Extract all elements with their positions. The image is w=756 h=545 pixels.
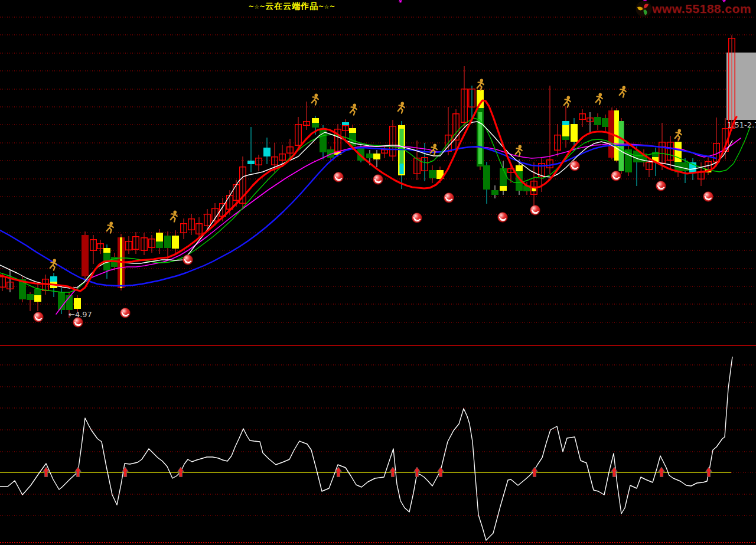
candle xyxy=(256,155,262,171)
candle xyxy=(304,102,310,130)
candle-body xyxy=(562,125,569,136)
red-ball-icon xyxy=(34,312,44,322)
runner-icon xyxy=(564,96,571,107)
candle xyxy=(698,162,705,186)
candle xyxy=(181,218,187,239)
candle xyxy=(587,112,594,134)
runner-icon xyxy=(312,94,318,105)
candle-body xyxy=(247,161,255,164)
pinwheel-icon xyxy=(636,1,652,17)
main-chart[interactable] xyxy=(0,0,756,545)
runner-icon xyxy=(620,86,626,97)
runner-icon xyxy=(431,144,437,155)
candle xyxy=(247,127,255,172)
candle xyxy=(97,240,104,254)
candle xyxy=(579,109,586,127)
candle-body xyxy=(483,165,490,190)
candle xyxy=(156,229,163,254)
candle-body xyxy=(619,121,624,171)
candle xyxy=(126,236,132,254)
candle-body xyxy=(342,122,349,125)
candle-body xyxy=(164,236,171,248)
red-ball-icon xyxy=(73,318,83,328)
candle xyxy=(547,86,553,174)
candle xyxy=(483,162,490,204)
candle-body xyxy=(491,190,498,195)
candle-body xyxy=(156,233,163,242)
red-ball-icon xyxy=(611,171,621,181)
oscillator-line xyxy=(0,357,732,540)
candle-body xyxy=(429,170,436,178)
candle-body xyxy=(103,248,110,253)
gray-box xyxy=(726,53,756,120)
candle-body xyxy=(594,117,601,125)
candle-body xyxy=(602,118,609,127)
candle xyxy=(625,145,632,176)
candle-body xyxy=(399,164,403,174)
candle-body xyxy=(34,289,41,295)
candle-body xyxy=(373,154,380,159)
candle-body xyxy=(312,118,319,123)
candle-body xyxy=(74,298,81,309)
red-ball-icon xyxy=(703,192,713,202)
page-title: ~☆~云在云端作品~☆~ xyxy=(249,1,335,12)
candle xyxy=(74,295,81,312)
red-ball-icon xyxy=(656,181,666,191)
candle xyxy=(500,161,507,195)
candle xyxy=(562,106,569,148)
red-ball-icon xyxy=(373,175,383,185)
runner-icon xyxy=(350,104,357,115)
candle xyxy=(667,136,674,168)
candle xyxy=(429,165,436,183)
candle xyxy=(188,214,195,235)
candle-body xyxy=(500,186,507,191)
candle xyxy=(133,232,139,254)
candle-body xyxy=(82,235,89,276)
sparkle-icon xyxy=(399,0,402,3)
candle xyxy=(320,125,327,159)
candle-body xyxy=(320,128,327,152)
candle-body xyxy=(571,124,578,142)
red-ball-icon xyxy=(120,308,131,318)
trading-app-screen: ~☆~云在云端作品~☆~ www.55188.com ←4.97 1.51-2.… xyxy=(0,0,756,545)
candle xyxy=(82,231,89,279)
candle-body xyxy=(172,236,179,249)
candle-body xyxy=(312,123,319,128)
red-ball-icon xyxy=(412,213,422,223)
red-ball-icon xyxy=(530,205,540,216)
candle-body xyxy=(50,276,57,282)
candle xyxy=(445,107,452,155)
runner-icon xyxy=(516,145,522,156)
red-ball-icon xyxy=(183,255,193,265)
runner-icon xyxy=(596,93,602,105)
runner-icon xyxy=(171,211,177,222)
candle xyxy=(90,235,97,264)
ma-red-line xyxy=(0,100,737,291)
candle-body xyxy=(477,90,484,108)
candle-body xyxy=(263,148,271,156)
site-logo-text: www.55188.com xyxy=(652,2,751,16)
candle-body xyxy=(34,295,41,302)
red-ball-icon xyxy=(570,161,580,171)
candle-body xyxy=(500,168,507,186)
red-ball-icon xyxy=(444,193,454,203)
candle xyxy=(141,233,148,255)
candle xyxy=(382,146,388,158)
red-ball-icon xyxy=(334,172,344,182)
candle-body xyxy=(562,121,569,125)
candle-body xyxy=(156,242,163,248)
runner-icon xyxy=(398,102,405,113)
candle xyxy=(619,118,624,174)
price-range-label: 1.51-2.7 xyxy=(727,120,756,129)
red-ball-icon xyxy=(498,213,508,223)
candle xyxy=(461,66,468,127)
candle-body-up xyxy=(0,277,5,288)
candle xyxy=(27,292,34,311)
candle xyxy=(491,185,498,198)
candle xyxy=(602,115,609,132)
candle-body xyxy=(682,162,689,171)
runner-icon xyxy=(107,222,113,233)
candle-body xyxy=(349,128,356,133)
candle-body xyxy=(562,136,569,140)
candle xyxy=(390,120,396,161)
